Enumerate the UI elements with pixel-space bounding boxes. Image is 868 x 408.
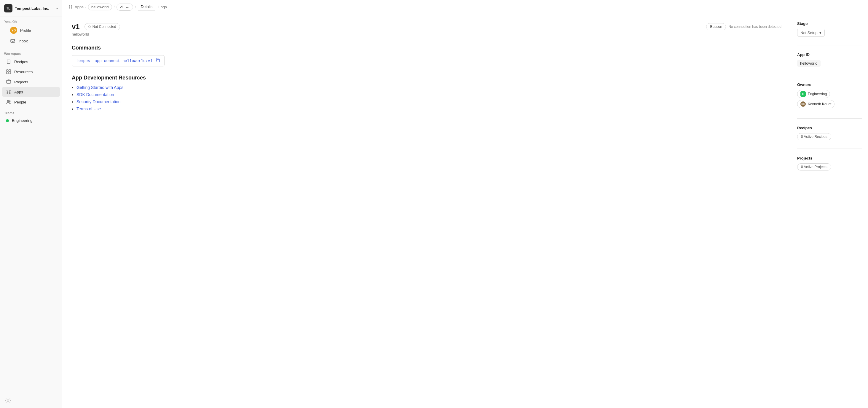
svg-point-9 <box>9 90 10 91</box>
recipe-icon <box>6 59 11 64</box>
main-content: v1 Not Connected Beacon No connection ha… <box>62 14 791 408</box>
tab-logs[interactable]: Logs <box>155 4 169 10</box>
resource-link-sdk[interactable]: SDK Documentation <box>76 92 114 97</box>
app-id-value: helloworld <box>797 60 820 67</box>
people-icon <box>6 99 11 105</box>
breadcrumb-apps[interactable]: Apps <box>68 5 84 9</box>
breadcrumb-sep-1: / <box>85 5 86 9</box>
svg-point-15 <box>69 5 70 6</box>
command-box: tempest app connect helloworld:v1 <box>72 55 164 66</box>
svg-point-11 <box>9 93 10 94</box>
list-item: Security Documentation <box>76 99 781 104</box>
sidebar-footer <box>0 393 62 408</box>
version-header: v1 Not Connected Beacon No connection ha… <box>72 23 781 31</box>
right-panel: Stage Not Setup ▾ App ID helloworld Owne… <box>791 14 868 408</box>
panel-divider-3 <box>797 118 862 119</box>
inbox-icon <box>10 38 16 43</box>
beacon-badge: Beacon <box>706 23 726 30</box>
inbox-label: Inbox <box>19 39 28 43</box>
stage-section: Stage Not Setup ▾ <box>797 21 862 37</box>
resource-list: Getting Started with Apps SDK Documentat… <box>76 85 781 111</box>
svg-point-17 <box>69 7 70 9</box>
svg-point-8 <box>7 90 8 91</box>
breadcrumb-sep-3: / <box>135 5 136 9</box>
svg-point-10 <box>7 93 8 94</box>
list-item: Terms of Use <box>76 106 781 111</box>
breadcrumb-version[interactable]: v1 ··· <box>117 4 133 11</box>
owner-name-engineering: Engineering <box>808 92 827 96</box>
recipes-title: Recipes <box>797 126 862 130</box>
breadcrumb-version-label: v1 <box>120 5 124 9</box>
sidebar-item-engineering[interactable]: Engineering <box>2 116 60 125</box>
svg-point-14 <box>7 400 9 402</box>
teams-section-label: Teams <box>0 107 62 116</box>
resource-link-terms[interactable]: Terms of Use <box>76 106 101 111</box>
command-text: tempest app connect helloworld:v1 <box>76 59 152 63</box>
svg-point-18 <box>71 7 72 9</box>
owners-list: E Engineering KK Kenneth Kouot <box>797 90 862 110</box>
team-engineering-label: Engineering <box>12 118 32 123</box>
sidebar-item-people[interactable]: People <box>2 97 60 107</box>
projects-title: Projects <box>797 156 862 160</box>
sidebar-item-apps[interactable]: Apps <box>2 87 60 97</box>
breadcrumb-sep-2: / <box>114 5 115 9</box>
commands-title: Commands <box>72 45 781 51</box>
owner-chip-kenneth[interactable]: KK Kenneth Kouot <box>797 100 835 108</box>
settings-icon[interactable] <box>4 397 12 404</box>
top-navigation: Apps / helloworld / v1 ··· / Details Log… <box>62 0 868 14</box>
owner-avatar-kenneth: KK <box>800 101 806 107</box>
beacon-area: Beacon No connection has been detected <box>706 23 781 30</box>
version-title: v1 <box>72 23 80 31</box>
projects-count: 0 Active Projects <box>797 163 831 170</box>
sidebar-item-inbox[interactable]: Inbox <box>6 36 56 46</box>
apps-breadcrumb-icon <box>68 5 73 9</box>
beacon-message: No connection has been detected <box>728 25 781 29</box>
recipes-count: 0 Active Recipes <box>797 133 831 140</box>
svg-rect-7 <box>6 81 11 83</box>
list-item: SDK Documentation <box>76 92 781 97</box>
app-id-title: App ID <box>797 53 862 57</box>
stage-value: Not Setup <box>800 31 817 35</box>
company-logo: TL <box>4 4 12 12</box>
sidebar-item-projects[interactable]: Projects <box>2 77 60 87</box>
list-item: Getting Started with Apps <box>76 85 781 90</box>
stage-select[interactable]: Not Setup ▾ <box>797 29 825 37</box>
panel-divider-2 <box>797 75 862 75</box>
sidebar-item-recipes[interactable]: Recipes <box>2 57 60 66</box>
resources-title: App Development Resources <box>72 75 781 81</box>
panel-divider-1 <box>797 45 862 45</box>
status-label: Not Connected <box>92 25 116 29</box>
company-selector[interactable]: TL Tempest Labs, Inc. ▾ <box>0 0 62 17</box>
projects-icon <box>6 79 11 85</box>
owners-title: Owners <box>797 83 862 87</box>
company-name: Tempest Labs, Inc. <box>15 6 54 11</box>
svg-rect-3 <box>6 70 8 71</box>
app-id-section: App ID helloworld <box>797 53 862 67</box>
content-area: v1 Not Connected Beacon No connection ha… <box>62 14 868 408</box>
svg-point-13 <box>9 100 10 102</box>
panel-divider-4 <box>797 149 862 149</box>
chevron-down-icon: ▾ <box>56 7 58 10</box>
team-dot-icon <box>6 119 9 122</box>
user-section: Yena Oh YO Profile Inbox <box>0 17 62 48</box>
version-more-icon[interactable]: ··· <box>125 5 130 9</box>
breadcrumb-helloworld[interactable]: helloworld <box>88 4 112 10</box>
resource-link-getting-started[interactable]: Getting Started with Apps <box>76 85 123 90</box>
apps-icon <box>6 89 11 95</box>
owner-avatar-engineering: E <box>800 91 806 97</box>
svg-point-12 <box>7 100 9 102</box>
sidebar-item-resources[interactable]: Resources <box>2 67 60 76</box>
owners-section: Owners E Engineering KK Kenneth Kouot <box>797 83 862 110</box>
copy-icon[interactable] <box>155 58 160 64</box>
owner-chip-engineering[interactable]: E Engineering <box>797 90 830 98</box>
tab-details[interactable]: Details <box>138 4 156 10</box>
resource-link-security[interactable]: Security Documentation <box>76 99 121 104</box>
svg-rect-6 <box>9 72 11 74</box>
svg-point-16 <box>71 5 72 6</box>
breadcrumb-helloworld-label: helloworld <box>91 5 109 9</box>
workspace-section-label: Workspace <box>0 48 62 57</box>
user-avatar: YO <box>10 27 17 34</box>
apps-label: Apps <box>14 90 23 94</box>
version-subtitle: helloworld <box>72 32 781 36</box>
sidebar-item-profile[interactable]: YO Profile <box>6 25 56 36</box>
